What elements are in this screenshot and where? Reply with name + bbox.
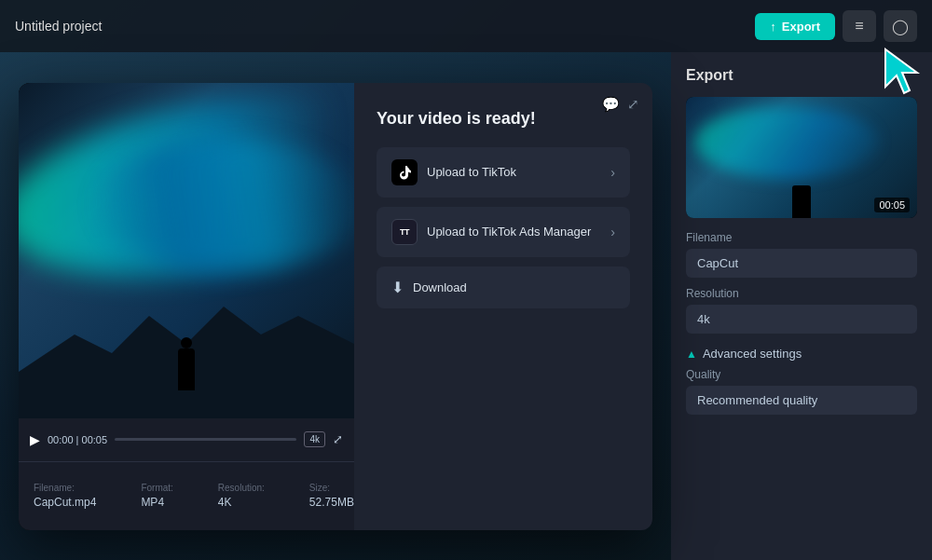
meta-filename-value: CapCut.mp4 [34, 496, 96, 509]
meta-filename-label: Filename: [34, 483, 96, 493]
meta-format-value: MP4 [141, 496, 172, 509]
modal-actions-right: 💬 ⤢ Your video is ready! Upload to TikTo… [354, 83, 652, 530]
topbar: Untitled project ↑ Export ≡ ◯ [0, 0, 932, 52]
upload-tiktok-ads-left: TT Upload to TikTok Ads Manager [391, 219, 591, 245]
person-head [181, 337, 192, 348]
modal-video-left: ▶ 00:00 | 00:05 4k ⤢ Filename: CapCut.mp… [19, 83, 354, 530]
settings-icon: ◯ [892, 18, 909, 35]
download-icon: ⬇ [391, 279, 404, 296]
filename-label: Filename [686, 231, 917, 244]
modal-overlay: ▶ 00:00 | 00:05 4k ⤢ Filename: CapCut.mp… [0, 52, 671, 560]
silhouette-thumb [792, 185, 811, 218]
progress-bar[interactable] [115, 438, 296, 441]
metadata-bar: Filename: CapCut.mp4 Format: MP4 Resolut… [19, 461, 354, 530]
modal-top-icons: 💬 ⤢ [602, 96, 639, 113]
quality-label: Quality [686, 368, 917, 381]
play-button[interactable]: ▶ [30, 432, 40, 447]
settings-button[interactable]: ◯ [884, 10, 917, 42]
video-ready-title: Your video is ready! [377, 109, 630, 129]
topbar-right: ↑ Export ≡ ◯ [755, 10, 917, 42]
menu-button[interactable]: ≡ [843, 10, 876, 42]
time-display: 00:00 | 00:05 [48, 434, 107, 445]
person-figure [178, 348, 195, 390]
time-current: 00:00 [48, 434, 74, 445]
project-title: Untitled project [15, 19, 102, 34]
tiktok-ads-chevron-icon: › [610, 225, 615, 239]
export-label: Export [782, 20, 820, 34]
meta-filename: Filename: CapCut.mp4 [34, 483, 96, 509]
expand-icon[interactable]: ⤢ [627, 96, 639, 113]
tiktok-chevron-icon: › [610, 165, 615, 180]
download-button[interactable]: ⬇ Download [377, 266, 630, 308]
export-button[interactable]: ↑ Export [755, 13, 835, 40]
meta-format-label: Format: [141, 483, 172, 493]
comment-icon[interactable]: 💬 [602, 96, 620, 113]
upload-tiktok-label: Upload to TikTok [427, 165, 516, 179]
export-panel: Export 00:05 Filename CapCut Resolution … [671, 52, 932, 560]
meta-format: Format: MP4 [141, 483, 172, 509]
upload-tiktok-ads-label: Upload to TikTok Ads Manager [427, 225, 591, 239]
resolution-field[interactable]: 4k [686, 305, 917, 334]
tiktok-ads-icon: TT [391, 219, 418, 245]
export-modal: ▶ 00:00 | 00:05 4k ⤢ Filename: CapCut.mp… [19, 83, 652, 530]
aurora-thumb [695, 106, 880, 179]
advanced-settings-label: Advanced settings [703, 347, 802, 361]
tiktok-icon [391, 159, 418, 185]
upload-tiktok-button[interactable]: Upload to TikTok › [377, 147, 630, 198]
cursor-arrow [876, 45, 932, 104]
upload-tiktok-ads-button[interactable]: TT Upload to TikTok Ads Manager › [377, 207, 630, 257]
svg-marker-0 [885, 49, 917, 93]
export-upload-icon: ↑ [770, 20, 776, 34]
time-total: 00:05 [82, 434, 108, 445]
meta-size: Size: 52.75MB [309, 483, 354, 509]
resolution-label: Resolution [686, 287, 917, 300]
meta-resolution: Resolution: 4K [218, 483, 265, 509]
meta-size-value: 52.75MB [309, 496, 354, 509]
download-label: Download [413, 280, 467, 294]
chevron-up-icon: ▲ [686, 348, 697, 361]
advanced-settings-row[interactable]: ▲ Advanced settings [686, 347, 917, 361]
fullscreen-button[interactable]: ⤢ [333, 432, 343, 446]
export-thumbnail: 00:05 [686, 97, 917, 218]
video-preview [19, 83, 354, 418]
upload-tiktok-left: Upload to TikTok [391, 159, 516, 185]
menu-icon: ≡ [855, 18, 863, 34]
meta-resolution-value: 4K [218, 496, 265, 509]
quality-badge: 4k [304, 431, 325, 447]
aurora-effect-2 [95, 139, 354, 273]
quality-field[interactable]: Recommended quality [686, 386, 917, 415]
thumbnail-duration: 00:05 [874, 198, 910, 212]
meta-size-label: Size: [309, 483, 354, 493]
filename-field[interactable]: CapCut [686, 249, 917, 278]
meta-resolution-label: Resolution: [218, 483, 265, 493]
video-controls: ▶ 00:00 | 00:05 4k ⤢ [19, 418, 354, 461]
